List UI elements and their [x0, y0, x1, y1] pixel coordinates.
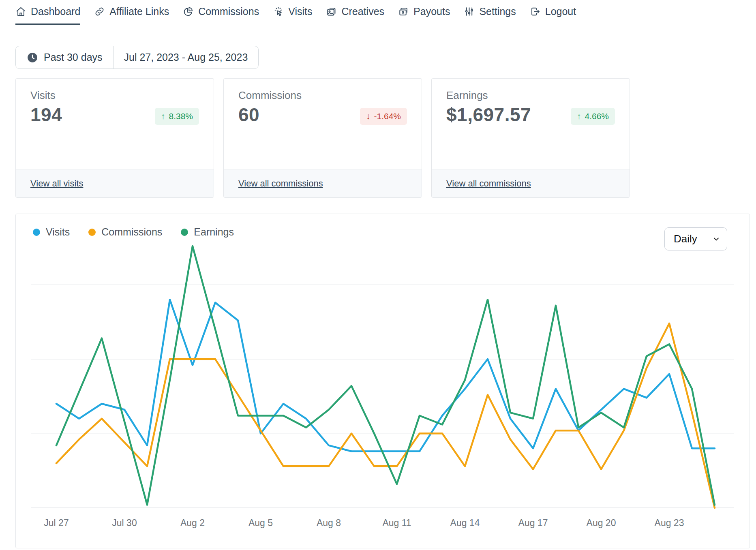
legend-dot — [88, 229, 96, 236]
legend-label: Earnings — [194, 226, 234, 238]
stat-card-value: 60 — [238, 104, 259, 126]
legend-dot — [33, 229, 40, 236]
stat-card-value: $1,697.57 — [446, 104, 531, 126]
x-axis-tick-label: Jul 27 — [44, 518, 69, 528]
wallet-icon — [398, 6, 409, 17]
stat-card-visits: Visits 194 ↑ 8.38% View all visits — [15, 78, 214, 198]
stat-card-earnings: Earnings $1,697.57 ↑ 4.66% View all comm… — [431, 78, 630, 198]
photo-icon — [326, 6, 337, 17]
arrow-up-icon: ↑ — [161, 111, 165, 121]
stat-delta-badge: ↑ 4.66% — [571, 108, 615, 125]
x-axis-tick-label: Aug 11 — [382, 518, 411, 528]
legend-dot — [181, 229, 188, 236]
stat-card-footer: View all visits — [16, 169, 214, 197]
stat-card-title: Earnings — [446, 89, 488, 102]
chart-legend: Visits Commissions Earnings — [33, 226, 234, 238]
date-preset-button[interactable]: Past 30 days — [16, 46, 113, 68]
stat-cards-row: Visits 194 ↑ 8.38% View all visits Commi… — [15, 78, 630, 198]
x-axis-tick-label: Aug 14 — [450, 518, 480, 528]
arrow-up-icon: ↑ — [577, 111, 581, 121]
stat-delta-badge: ↑ 8.38% — [155, 108, 199, 125]
nav-item-label: Logout — [545, 6, 576, 17]
chart-card: Visits Commissions Earnings Daily Jul 27… — [15, 214, 750, 548]
stat-card-link[interactable]: View all visits — [30, 178, 83, 189]
chart-canvas[interactable]: Jul 27Jul 30Aug 2Aug 5Aug 8Aug 11Aug 14A… — [16, 249, 750, 549]
affiliate-dashboard: Dashboard Affiliate Links Commissions Vi… — [0, 0, 756, 550]
chevron-down-icon — [712, 235, 720, 243]
legend-label: Commissions — [101, 226, 162, 238]
top-nav: Dashboard Affiliate Links Commissions Vi… — [15, 6, 748, 25]
date-preset-label: Past 30 days — [44, 51, 103, 63]
link-icon — [94, 6, 105, 17]
nav-item-label: Creatives — [341, 6, 384, 17]
nav-item-dashboard[interactable]: Dashboard — [15, 6, 80, 25]
nav-item-affiliate-links[interactable]: Affiliate Links — [94, 6, 169, 25]
legend-label: Visits — [46, 226, 70, 238]
x-axis-tick-label: Aug 20 — [587, 518, 616, 528]
arrow-down-icon: ↓ — [366, 111, 371, 121]
x-axis-tick-label: Jul 30 — [112, 518, 137, 528]
stat-card-footer: View all commissions — [432, 169, 630, 197]
legend-item-visits[interactable]: Visits — [33, 226, 70, 238]
nav-item-label: Affiliate Links — [109, 6, 169, 17]
x-axis-tick-label: Aug 8 — [317, 518, 341, 528]
legend-item-commissions[interactable]: Commissions — [88, 226, 162, 238]
stat-card-title: Visits — [30, 89, 56, 102]
stat-card-footer: View all commissions — [224, 169, 422, 197]
chart-pie-icon — [183, 6, 194, 17]
legend-item-earnings[interactable]: Earnings — [181, 226, 234, 238]
stat-card-commissions: Commissions 60 ↓ -1.64% View all commiss… — [223, 78, 422, 198]
stat-delta-badge: ↓ -1.64% — [360, 108, 407, 125]
clock-icon — [26, 51, 39, 64]
nav-item-creatives[interactable]: Creatives — [326, 6, 384, 25]
nav-item-payouts[interactable]: Payouts — [398, 6, 450, 25]
x-axis-tick-label: Aug 5 — [248, 518, 273, 528]
home-icon — [15, 6, 26, 17]
date-range-button[interactable]: Jul 27, 2023 - Aug 25, 2023 — [113, 46, 259, 68]
nav-item-label: Dashboard — [31, 6, 80, 17]
stat-card-link[interactable]: View all commissions — [446, 178, 531, 189]
x-axis-tick-label: Aug 23 — [655, 518, 684, 528]
sliders-icon — [464, 6, 475, 17]
logout-icon — [530, 6, 541, 17]
nav-item-settings[interactable]: Settings — [464, 6, 516, 25]
nav-item-label: Settings — [479, 6, 516, 17]
nav-item-commissions[interactable]: Commissions — [183, 6, 259, 25]
date-range-filter: Past 30 days Jul 27, 2023 - Aug 25, 2023 — [15, 46, 259, 69]
x-axis-tick-label: Aug 17 — [518, 518, 548, 528]
stat-card-title: Commissions — [238, 89, 302, 102]
stat-card-link[interactable]: View all commissions — [238, 178, 323, 189]
x-axis-tick-label: Aug 2 — [180, 518, 205, 528]
nav-item-visits[interactable]: Visits — [273, 6, 312, 25]
series-line-commissions — [56, 323, 715, 508]
nav-item-label: Payouts — [413, 6, 450, 17]
stat-card-value: 194 — [30, 104, 62, 126]
interval-select-value: Daily — [674, 233, 697, 245]
cursor-click-icon — [273, 6, 284, 17]
nav-item-label: Commissions — [198, 6, 259, 17]
nav-item-logout[interactable]: Logout — [530, 6, 576, 25]
interval-select[interactable]: Daily — [664, 227, 727, 250]
date-range-label: Jul 27, 2023 - Aug 25, 2023 — [124, 51, 248, 63]
nav-item-label: Visits — [288, 6, 312, 17]
